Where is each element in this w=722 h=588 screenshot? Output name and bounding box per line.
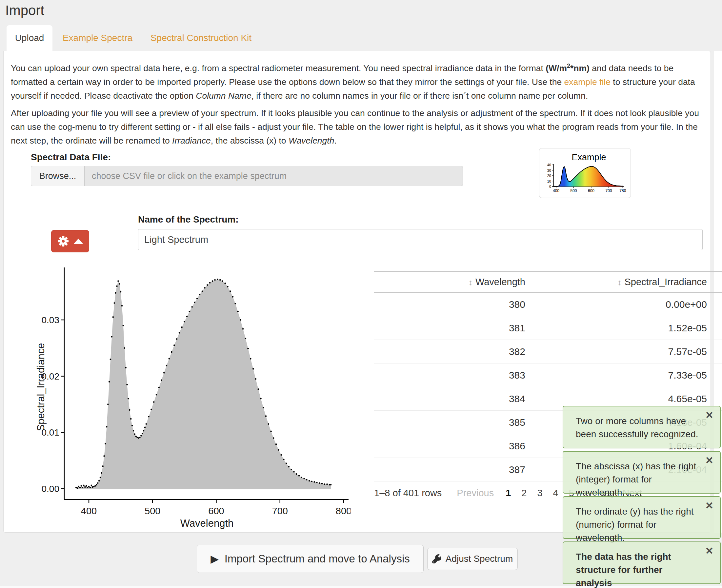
example-spectrum-chart: Example010203040400500600700780	[544, 152, 626, 194]
wavelength-cell: 381	[374, 316, 525, 340]
tab-example-spectra[interactable]: Example Spectra	[62, 25, 133, 51]
import-page: Import Upload Example Spectra Spectral C…	[0, 0, 722, 588]
file-input-label: Spectral Data File:	[31, 152, 111, 163]
svg-text:400: 400	[553, 188, 559, 193]
svg-text:780: 780	[619, 188, 626, 193]
column-header-wavelength[interactable]: ↕Wavelength	[374, 271, 525, 292]
import-button-label: Import Spectrum and move to Analysis	[225, 552, 410, 565]
previous-page-button[interactable]: Previous	[457, 488, 494, 499]
close-icon[interactable]: ✕	[705, 456, 714, 465]
svg-text:600: 600	[588, 188, 595, 193]
page-title: Import	[5, 0, 44, 18]
svg-text:0.03: 0.03	[42, 315, 60, 325]
close-icon[interactable]: ✕	[705, 546, 714, 556]
spectrum-name-input[interactable]	[138, 229, 703, 250]
caret-up-icon	[74, 238, 83, 244]
svg-text:30: 30	[547, 168, 551, 172]
svg-text:20: 20	[547, 174, 551, 177]
preview-table: ↕Wavelength↕Spectral_Irradiance 3800.00e…	[374, 271, 722, 482]
tab-spectral-construction-kit[interactable]: Spectral Construction Kit	[150, 25, 252, 51]
svg-text:500: 500	[145, 506, 160, 516]
row-count-info: 1–8 of 401 rows	[374, 488, 442, 499]
gear-icon	[57, 235, 69, 248]
sort-icon: ↕	[468, 278, 473, 287]
success-toast: Two or more columns have been successful…	[563, 406, 721, 448]
column-label: Wavelength	[475, 277, 525, 287]
irradiance-cell: 0.00e+00	[525, 292, 722, 316]
svg-text:10: 10	[547, 179, 551, 183]
spectrum-plot: 0.000.010.020.03400500600700800Spectral_…	[36, 262, 351, 531]
column-header-spectral_irradiance[interactable]: ↕Spectral_Irradiance	[525, 271, 722, 292]
intro-paragraph-2: After uploading your file you will see a…	[11, 106, 707, 147]
wavelength-cell: 384	[374, 387, 525, 411]
tab-upload[interactable]: Upload	[6, 25, 53, 51]
success-toast: The ordinate (y) has the right (numeric)…	[563, 496, 721, 539]
wavelength-cell: 383	[374, 363, 525, 387]
svg-text:600: 600	[208, 506, 224, 516]
svg-text:700: 700	[605, 188, 612, 193]
page-1[interactable]: 1	[506, 488, 511, 498]
wavelength-cell: 382	[374, 340, 525, 363]
close-icon[interactable]: ✕	[705, 501, 714, 511]
svg-text:40: 40	[547, 163, 551, 167]
settings-cog-button[interactable]	[51, 230, 89, 252]
page-2[interactable]: 2	[521, 488, 527, 498]
wavelength-cell: 385	[374, 411, 525, 434]
adjust-button-label: Adjust Spectrum	[446, 553, 513, 564]
toast-message: The ordinate (y) has the right (numeric)…	[576, 506, 694, 543]
example-file-link[interactable]: example file	[564, 77, 611, 87]
svg-text:700: 700	[272, 506, 288, 516]
table-row: 3800.00e+00	[374, 292, 722, 316]
example-spectrum-thumbnail[interactable]: Example010203040400500600700780	[539, 148, 631, 198]
intro-paragraph-1: You can upload your own spectral data he…	[11, 59, 707, 103]
file-input-group: Browse...	[31, 166, 463, 186]
toast-message: Two or more columns have been successful…	[576, 416, 698, 439]
play-icon: ▶	[210, 552, 219, 565]
close-icon[interactable]: ✕	[705, 411, 714, 420]
svg-text:Example: Example	[572, 152, 606, 162]
spectrum-name-label: Name of the Spectrum:	[138, 214, 239, 225]
success-toast: The abscissa (x) has the right (integer)…	[563, 451, 721, 493]
wavelength-cell: 387	[374, 458, 525, 482]
svg-text:500: 500	[571, 188, 577, 193]
sort-icon: ↕	[617, 278, 622, 287]
svg-text:Wavelength: Wavelength	[180, 518, 234, 529]
adjust-spectrum-button[interactable]: Adjust Spectrum	[427, 548, 518, 570]
table-row: 3837.33e-05	[374, 363, 722, 387]
toast-message: The abscissa (x) has the right (integer)…	[576, 461, 696, 498]
svg-text:0: 0	[549, 185, 551, 188]
browse-button[interactable]: Browse...	[31, 166, 85, 186]
wavelength-cell: 386	[374, 434, 525, 458]
svg-text:800: 800	[336, 506, 351, 516]
page-4[interactable]: 4	[553, 488, 558, 498]
svg-text:0.00: 0.00	[42, 484, 60, 494]
file-name-input[interactable]	[85, 166, 463, 186]
toast-message: The data has the right structure for fur…	[576, 552, 671, 588]
wrench-icon	[432, 554, 441, 563]
table-row: 3827.57e-05	[374, 340, 722, 363]
page-3[interactable]: 3	[537, 488, 542, 498]
table-row: 3811.52e-05	[374, 316, 722, 340]
irradiance-cell: 7.57e-05	[525, 340, 722, 363]
svg-text:Spectral_Irradiance: Spectral_Irradiance	[36, 343, 46, 431]
irradiance-cell: 1.52e-05	[525, 316, 722, 340]
irradiance-cell: 7.33e-05	[525, 363, 722, 387]
success-toast: The data has the right structure for fur…	[563, 542, 721, 584]
import-spectrum-button[interactable]: ▶ Import Spectrum and move to Analysis	[197, 545, 424, 573]
wavelength-cell: 380	[374, 292, 525, 316]
page-footer-strip	[0, 586, 722, 588]
svg-text:400: 400	[81, 506, 97, 516]
column-label: Spectral_Irradiance	[625, 277, 707, 287]
